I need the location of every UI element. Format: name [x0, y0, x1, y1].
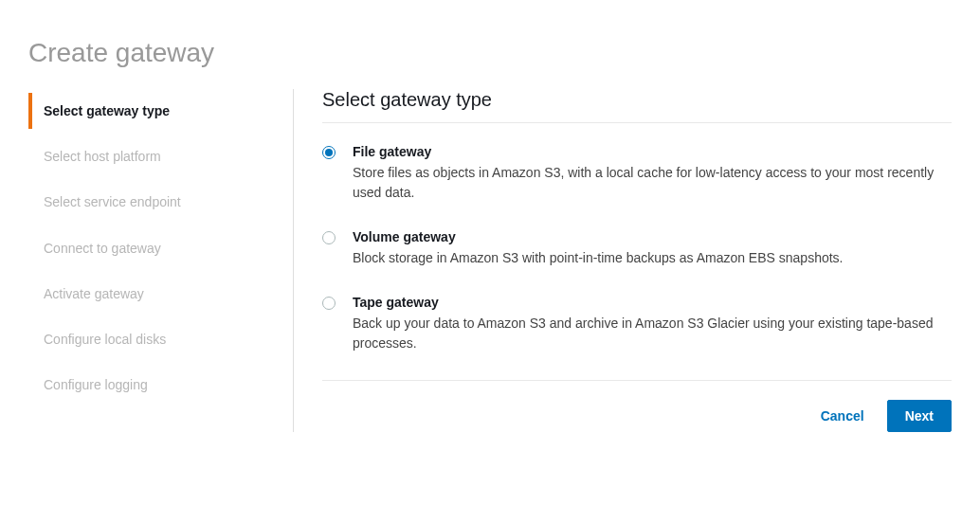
option-body: Tape gateway Back up your data to Amazon…: [353, 295, 952, 353]
option-volume-gateway[interactable]: Volume gateway Block storage in Amazon S…: [322, 229, 952, 268]
option-description: Store files as objects in Amazon S3, wit…: [353, 163, 952, 203]
radio-volume-gateway[interactable]: [322, 231, 336, 244]
sidebar-item-select-service-endpoint[interactable]: Select service endpoint: [28, 184, 293, 220]
footer-actions: Cancel Next: [322, 400, 952, 432]
cancel-button[interactable]: Cancel: [808, 401, 878, 431]
option-title: Volume gateway: [353, 229, 952, 244]
radio-file-gateway[interactable]: [322, 146, 336, 159]
option-file-gateway[interactable]: File gateway Store files as objects in A…: [322, 144, 952, 203]
radio-tape-gateway[interactable]: [322, 297, 336, 310]
option-description: Back up your data to Amazon S3 and archi…: [353, 314, 952, 353]
section-heading: Select gateway type: [322, 89, 952, 123]
option-title: File gateway: [353, 144, 952, 159]
sidebar-item-configure-logging[interactable]: Configure logging: [28, 367, 293, 403]
layout: Select gateway type Select host platform…: [28, 89, 952, 432]
sidebar-item-activate-gateway[interactable]: Activate gateway: [28, 276, 293, 312]
sidebar-item-configure-local-disks[interactable]: Configure local disks: [28, 321, 293, 357]
next-button[interactable]: Next: [887, 400, 952, 432]
option-body: File gateway Store files as objects in A…: [353, 144, 952, 203]
sidebar-item-connect-to-gateway[interactable]: Connect to gateway: [28, 230, 293, 266]
option-tape-gateway[interactable]: Tape gateway Back up your data to Amazon…: [322, 295, 952, 353]
option-description: Block storage in Amazon S3 with point-in…: [353, 248, 952, 268]
wizard-sidebar: Select gateway type Select host platform…: [28, 89, 294, 432]
option-title: Tape gateway: [353, 295, 952, 310]
main-panel: Select gateway type File gateway Store f…: [294, 89, 952, 432]
sidebar-item-select-host-platform[interactable]: Select host platform: [28, 138, 293, 174]
sidebar-item-select-gateway-type[interactable]: Select gateway type: [28, 93, 293, 129]
footer-divider: [322, 380, 952, 381]
page-title: Create gateway: [28, 38, 952, 68]
option-body: Volume gateway Block storage in Amazon S…: [353, 229, 952, 268]
